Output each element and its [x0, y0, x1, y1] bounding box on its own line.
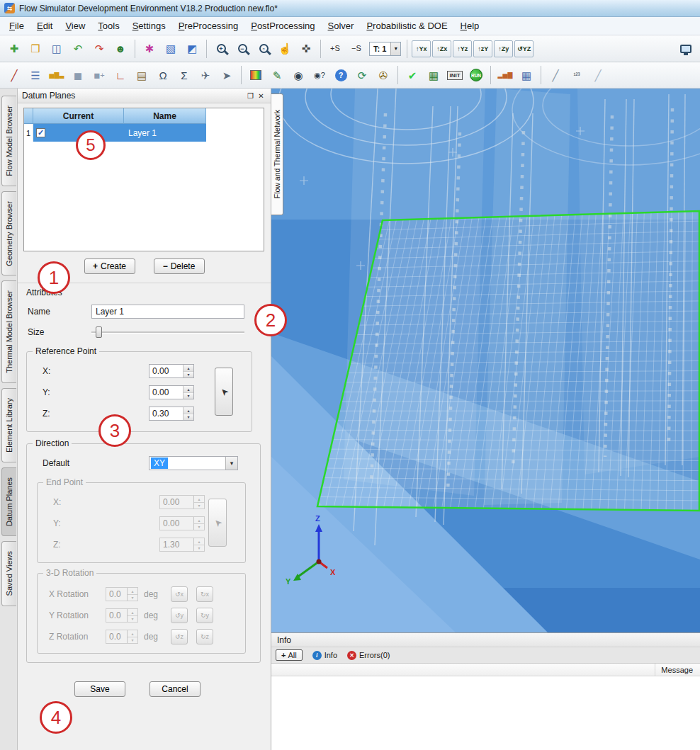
cancel-button[interactable]: Cancel: [149, 681, 201, 697]
select-region-icon[interactable]: ◩: [182, 39, 202, 59]
results-table-icon[interactable]: ▦: [516, 65, 536, 85]
refresh-icon[interactable]: ⟳: [352, 65, 372, 85]
message-column-header[interactable]: Message: [655, 664, 700, 676]
info-tab-errors[interactable]: ✕ Errors(0): [347, 651, 390, 660]
viewport-3d-scene[interactable]: Z Y X: [271, 89, 700, 632]
viewport-tab-flow-thermal-network[interactable]: Flow and Thermal Network: [271, 93, 283, 215]
model-tree-icon[interactable]: ☰: [26, 65, 45, 85]
size-slider[interactable]: [91, 326, 244, 339]
menu-preprocessing[interactable]: PreProcessing: [172, 18, 245, 34]
query-icon[interactable]: ◉?: [310, 65, 329, 85]
table-row[interactable]: 1 ✓ Layer 1: [24, 124, 264, 142]
reference-point-z-input[interactable]: 0.30▴▾: [149, 407, 194, 421]
select-box-icon[interactable]: ▧: [161, 39, 181, 59]
sidebar-tab-saved-views[interactable]: Saved Views: [1, 541, 16, 606]
redo-icon[interactable]: ↷: [89, 39, 109, 59]
zoom-out-icon[interactable]: −: [232, 39, 252, 59]
zoom-window-icon[interactable]: ▫: [254, 39, 273, 59]
column-header-name[interactable]: Name: [124, 108, 206, 124]
sidebar-tab-geometry-browser[interactable]: Geometry Browser: [1, 191, 16, 276]
info-filter-all-button[interactable]: + All: [276, 649, 303, 661]
sidebar-tab-datum-planes[interactable]: Datum Planes: [1, 467, 16, 536]
menu-postprocessing[interactable]: PostProcessing: [244, 18, 321, 34]
axis-view-zy-icon[interactable]: ↑zY: [473, 40, 492, 57]
size-slider-handle[interactable]: [96, 326, 102, 338]
init-button[interactable]: INIT: [445, 65, 465, 85]
axis-view-yz-icon[interactable]: ↑Yz: [453, 40, 472, 57]
current-checkbox[interactable]: ✓: [36, 128, 45, 137]
menu-file[interactable]: File: [3, 18, 30, 34]
remove-source-icon[interactable]: −S: [346, 39, 366, 59]
menu-solver[interactable]: Solver: [322, 18, 361, 34]
layers-icon[interactable]: ▤: [132, 65, 152, 85]
sidebar-tab-thermal-model-browser[interactable]: Thermal Model Browser: [1, 280, 16, 383]
info-tab-info[interactable]: i Info: [312, 651, 337, 660]
cube-icon[interactable]: ◼: [68, 65, 88, 85]
add-source-icon[interactable]: +S: [325, 39, 345, 59]
zoom-in-icon[interactable]: +: [211, 39, 231, 59]
center-view-icon[interactable]: ✜: [296, 39, 316, 59]
spin-down-icon[interactable]: ▾: [184, 393, 193, 399]
new-model-icon[interactable]: ✚: [4, 39, 24, 59]
spin-up-icon[interactable]: ▴: [184, 386, 193, 393]
close-panel-icon[interactable]: ✕: [256, 91, 266, 101]
menu-settings[interactable]: Settings: [126, 18, 172, 34]
name-input[interactable]: Layer 1: [91, 305, 244, 319]
reference-point-x-input[interactable]: 0.00▴▾: [149, 364, 194, 378]
axis-view-iso-icon[interactable]: ↺YZ: [514, 40, 534, 57]
dropdown-arrow-icon[interactable]: ▾: [390, 42, 400, 55]
sequence-icon[interactable]: ¹²³: [567, 65, 587, 85]
menu-probabilistic-doe[interactable]: Probabilistic & DOE: [360, 18, 453, 34]
pan-icon[interactable]: ☝: [275, 39, 295, 59]
save-model-icon[interactable]: ◫: [47, 39, 67, 59]
sidebar-tab-element-library[interactable]: Element Library: [1, 388, 16, 462]
save-button[interactable]: Save: [74, 681, 125, 697]
float-panel-icon[interactable]: ❐: [245, 91, 256, 101]
help-icon[interactable]: ?: [331, 65, 351, 85]
summary-table-icon[interactable]: ▦: [424, 65, 444, 85]
trace-icon[interactable]: ➤: [217, 65, 237, 85]
key-icon[interactable]: ✇: [373, 65, 393, 85]
spin-down-icon[interactable]: ▾: [184, 414, 193, 421]
menu-view[interactable]: View: [59, 18, 91, 34]
axis-view-yx-icon[interactable]: ↑Yx: [412, 40, 431, 57]
chamber-chart-icon[interactable]: ▅▇▃: [47, 65, 67, 85]
axis-view-xz-icon[interactable]: ↑Zy: [494, 40, 513, 57]
datum-plane-icon[interactable]: ∟: [111, 65, 130, 85]
run-button[interactable]: RUN: [466, 65, 486, 85]
probe-icon[interactable]: Ω: [153, 65, 173, 85]
spin-down-icon[interactable]: ▾: [184, 372, 193, 378]
user-icon[interactable]: ☻: [111, 39, 130, 59]
edit-plot-icon[interactable]: ✎: [267, 65, 287, 85]
contour-plot-icon[interactable]: [246, 65, 266, 85]
column-header-current[interactable]: Current: [33, 108, 124, 124]
axis-view-zx-icon[interactable]: ↑Zx: [432, 40, 451, 57]
spin-up-icon[interactable]: ▴: [184, 407, 193, 414]
combo-dropdown-icon[interactable]: ▾: [225, 457, 237, 470]
reference-point-y-input[interactable]: 0.00▴▾: [149, 385, 194, 399]
menu-help[interactable]: Help: [454, 18, 486, 34]
t-selector[interactable]: T: 1▾: [369, 42, 401, 56]
aero-icon[interactable]: ✈: [196, 65, 215, 85]
pick-reference-point-button[interactable]: ➤: [215, 368, 233, 416]
create-button[interactable]: + Create: [84, 258, 135, 274]
display-settings-icon[interactable]: [676, 39, 696, 59]
link-curve-icon[interactable]: ╱: [588, 65, 608, 85]
select-network-icon[interactable]: ✱: [140, 39, 159, 59]
viewport-3d[interactable]: Flow and Thermal Network: [271, 89, 700, 632]
spin-up-icon[interactable]: ▴: [184, 365, 193, 372]
delete-button[interactable]: − Delete: [154, 258, 205, 274]
menu-edit[interactable]: Edit: [30, 18, 59, 34]
undo-icon[interactable]: ↶: [68, 39, 88, 59]
menu-tools[interactable]: Tools: [91, 18, 125, 34]
sigma-icon[interactable]: Σ: [174, 65, 194, 85]
check-model-icon[interactable]: ✔: [402, 65, 422, 85]
direction-combo[interactable]: XY ▾: [149, 456, 238, 470]
connect-points-icon[interactable]: ╱: [546, 65, 565, 85]
visibility-icon[interactable]: ◉: [288, 65, 308, 85]
link-elements-icon[interactable]: ╱: [4, 65, 24, 85]
sidebar-tab-flow-model-browser[interactable]: Flow Model Browser: [1, 96, 16, 186]
histogram-icon[interactable]: ▂▅▇: [495, 65, 515, 85]
add-cube-icon[interactable]: ◼+: [89, 65, 109, 85]
open-model-icon[interactable]: ❒: [26, 39, 45, 59]
